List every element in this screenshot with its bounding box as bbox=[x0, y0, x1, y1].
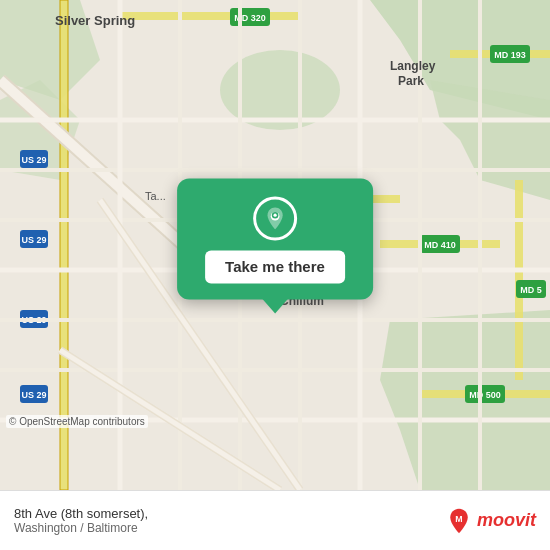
city-text: Washington / Baltimore bbox=[14, 521, 148, 535]
take-me-there-button[interactable]: Take me there bbox=[205, 250, 345, 283]
svg-text:Silver Spring: Silver Spring bbox=[55, 13, 135, 28]
map-popup: Take me there bbox=[177, 178, 373, 299]
svg-text:Langley: Langley bbox=[390, 59, 436, 73]
svg-text:US 29: US 29 bbox=[21, 235, 46, 245]
moovit-text: moovit bbox=[477, 510, 536, 531]
svg-rect-17 bbox=[120, 12, 300, 20]
location-icon-wrapper bbox=[253, 196, 297, 240]
svg-text:MD 193: MD 193 bbox=[494, 50, 526, 60]
address-text: 8th Ave (8th somerset), bbox=[14, 506, 148, 521]
svg-text:MD 410: MD 410 bbox=[424, 240, 456, 250]
bottom-left: 8th Ave (8th somerset), Washington / Bal… bbox=[14, 506, 148, 535]
svg-text:US 29: US 29 bbox=[21, 155, 46, 165]
svg-text:Park: Park bbox=[398, 74, 424, 88]
svg-text:MD 5: MD 5 bbox=[520, 285, 542, 295]
location-pin-icon bbox=[262, 205, 288, 231]
svg-text:MD 500: MD 500 bbox=[469, 390, 501, 400]
svg-text:M: M bbox=[455, 513, 462, 523]
map-container: US 29 US 29 US 29 US 29 MD 320 MD 193 MD… bbox=[0, 0, 550, 490]
popup-bubble: Take me there bbox=[177, 178, 373, 299]
bottom-bar: 8th Ave (8th somerset), Washington / Bal… bbox=[0, 490, 550, 550]
osm-credit: © OpenStreetMap contributors bbox=[6, 415, 148, 428]
svg-text:US 29: US 29 bbox=[21, 390, 46, 400]
svg-text:Ta...: Ta... bbox=[145, 190, 166, 202]
svg-point-62 bbox=[273, 214, 276, 217]
moovit-icon-svg: M bbox=[445, 507, 473, 535]
moovit-logo[interactable]: M moovit bbox=[445, 507, 536, 535]
